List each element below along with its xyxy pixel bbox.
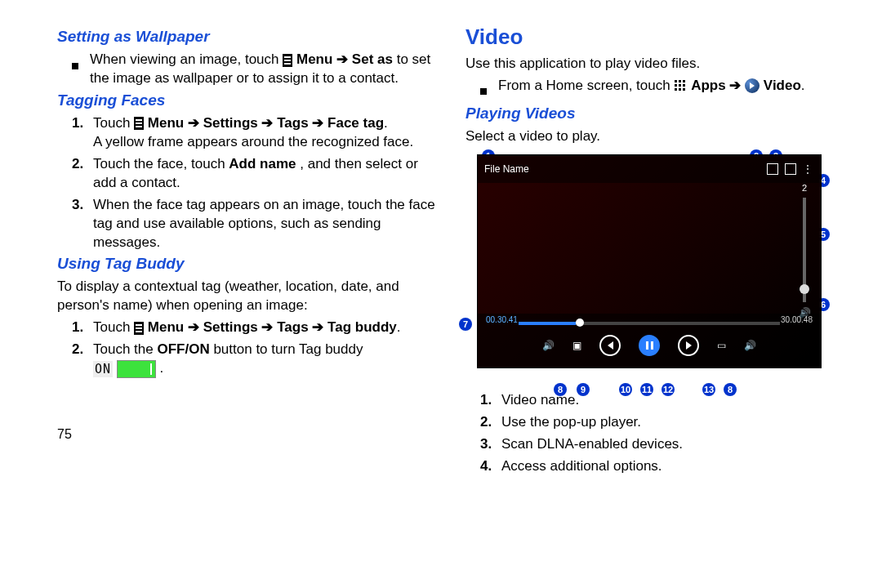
next-button [678,335,699,356]
right-column: Video Use this application to play video… [466,24,849,479]
menu-icon [283,54,292,67]
menu-icon [134,117,144,130]
step-facetag-1: 1. Touch Menu ➔ Settings ➔ Tags ➔ Face t… [72,114,441,152]
callout-13: 13 [702,383,715,396]
step-facetag-3: 3. When the face tag appears on an image… [72,196,441,252]
aspect-icon: ▭ [717,340,726,351]
callout-9: 9 [577,383,590,396]
dlna-icon [785,163,796,175]
legend-item-4: 4.Access additional options. [480,457,849,476]
step-buddy-1: 1. Touch Menu ➔ Settings ➔ Tags ➔ Tag bu… [72,318,441,337]
volume-slider: 2 🔊 [795,183,814,318]
heading-video: Video [466,24,849,50]
popup-player-icon [767,163,778,175]
callout-12: 12 [662,383,675,396]
more-icon: ⋮ [803,163,814,175]
heading-tag-buddy: Using Tag Buddy [57,255,441,273]
video-app-icon [745,78,760,93]
progress-bar [519,322,780,325]
time-current: 00.30.41 [486,315,518,324]
volume-btn-icon-2: 🔊 [744,340,756,351]
toggle-on-icon [117,360,156,378]
pause-button [639,335,660,356]
callout-8b: 8 [724,383,737,396]
screenshot-icon: ▣ [572,340,581,351]
time-total: 30.00.48 [781,315,813,324]
legend-item-2: 2.Use the pop-up player. [480,413,849,432]
video-player-diagram: 1 2 3 4 5 6 7 8 9 10 11 12 13 8 File Nam… [466,154,849,368]
square-bullet-icon [480,82,487,101]
player-filename: File Name [484,163,529,175]
heading-setting-wallpaper: Setting as Wallpaper [57,28,441,46]
prev-button [599,335,621,356]
bullet-video-nav: From a Home screen, touch Apps ➔ Video. [480,77,849,101]
on-label: ON [93,361,113,377]
square-bullet-icon [72,56,78,88]
menu-icon [134,322,144,335]
step-buddy-2: 2. Touch the OFF/ON button to turn Tag b… [72,341,441,378]
video-player-mock: File Name ⋮ 2 🔊 00.30.41 30.00.48 [477,154,822,368]
callout-11: 11 [640,383,653,396]
legend-item-3: 3.Scan DLNA-enabled devices. [480,435,849,454]
bullet-wallpaper: When viewing an image, touch Menu ➔ Set … [72,51,441,88]
heading-tagging-faces: Tagging Faces [57,91,441,109]
page-number: 75 [57,427,441,442]
callout-8: 8 [554,383,567,396]
step-facetag-2: 2. Touch the face, touch Add name , and … [72,155,441,193]
playing-intro: Select a video to play. [466,127,849,146]
callout-10: 10 [619,383,632,396]
video-intro: Use this application to play video files… [466,55,849,74]
apps-icon [674,79,687,92]
tag-buddy-intro: To display a contextual tag (weather, lo… [57,278,441,315]
volume-btn-icon: 🔊 [542,340,555,351]
left-column: Setting as Wallpaper When viewing an ima… [57,24,441,479]
heading-playing-videos: Playing Videos [466,105,849,122]
callout-7: 7 [459,318,472,331]
